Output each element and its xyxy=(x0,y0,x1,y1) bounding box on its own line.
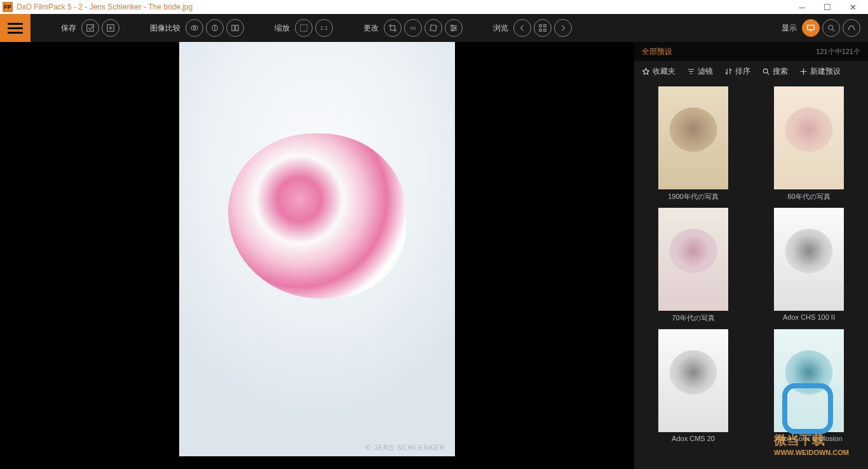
modify-group: 更改 90 xyxy=(363,19,463,37)
svg-point-3 xyxy=(193,27,196,29)
svg-rect-16 xyxy=(808,25,815,30)
compare-split-button[interactable] xyxy=(226,19,244,37)
compare-label: 图像比较 xyxy=(150,23,180,34)
presets-sidebar: 全部预设 121个中121个 收藏夹 滤镜 排序 搜索 新建预设 1900年代の… xyxy=(634,42,868,469)
preset-thumb xyxy=(774,86,844,189)
titlebar: FP DxO FilmPack 5 - 2 - Jens Schlenker -… xyxy=(0,0,868,14)
save-as-button[interactable] xyxy=(102,19,119,37)
browse-group: 浏览 xyxy=(493,19,572,37)
crop-button[interactable] xyxy=(384,19,402,37)
rotate-button[interactable]: 90 xyxy=(404,19,422,37)
filter-filter[interactable]: 滤镜 xyxy=(687,66,713,77)
svg-rect-5 xyxy=(232,25,234,31)
preset-count: 121个中121个 xyxy=(816,47,860,57)
app-logo: FP xyxy=(3,2,13,12)
toolbar: 保存 图像比较 缩放 1:1 更改 90 浏览 显示 xyxy=(0,14,868,42)
menu-button[interactable] xyxy=(0,14,31,42)
zoom-label: 缩放 xyxy=(275,23,290,34)
preset-item[interactable]: 60年代の写真 xyxy=(757,86,860,201)
preset-grid: 1900年代の写真60年代の写真70年代の写真Adox CHS 100 IIAd… xyxy=(634,81,868,469)
search-filter[interactable]: 搜索 xyxy=(762,66,788,77)
svg-point-17 xyxy=(829,25,833,30)
sort-filter[interactable]: 排序 xyxy=(724,66,750,77)
preset-thumb xyxy=(774,329,844,432)
preset-thumb xyxy=(658,329,728,432)
preset-item[interactable]: Adox CMS 20 xyxy=(642,329,745,442)
preset-label: Adox Color Implosion xyxy=(776,435,843,442)
preset-item[interactable]: Adox Color Implosion xyxy=(757,329,860,442)
svg-point-9 xyxy=(451,25,453,27)
svg-rect-15 xyxy=(544,29,546,32)
preset-thumb xyxy=(774,208,844,311)
canvas-area[interactable]: © JENS SCHLENKER xyxy=(0,42,634,469)
minimize-button[interactable]: ─ xyxy=(789,3,815,12)
photo-copyright: © JENS SCHLENKER xyxy=(365,444,445,451)
svg-point-11 xyxy=(452,29,454,31)
sliders-button[interactable] xyxy=(445,19,463,37)
preset-item[interactable]: 70年代の写真 xyxy=(642,208,745,323)
preset-item[interactable]: 1900年代の写真 xyxy=(642,86,745,201)
close-button[interactable]: ✕ xyxy=(840,3,865,12)
sidebar-title[interactable]: 全部预设 xyxy=(642,46,816,57)
straighten-button[interactable] xyxy=(424,19,442,37)
display-screen-button[interactable] xyxy=(802,19,820,37)
browse-label: 浏览 xyxy=(493,23,508,34)
main-photo: © JENS SCHLENKER xyxy=(179,42,455,456)
svg-rect-14 xyxy=(539,29,542,32)
compare-group: 图像比较 xyxy=(150,19,244,37)
preset-label: 70年代の写真 xyxy=(672,313,714,323)
prev-button[interactable] xyxy=(513,19,531,37)
svg-rect-6 xyxy=(236,25,238,31)
eye-icon[interactable] xyxy=(186,19,203,37)
zoom-fit-button[interactable] xyxy=(295,19,313,37)
svg-point-10 xyxy=(454,27,456,29)
zoom-group: 缩放 1:1 xyxy=(275,19,333,37)
save-button[interactable] xyxy=(81,19,99,37)
preset-item[interactable]: Adox CHS 100 II xyxy=(757,208,860,323)
preset-thumb xyxy=(658,86,728,189)
compare-mode-button[interactable] xyxy=(206,19,224,37)
svg-rect-12 xyxy=(539,25,542,27)
svg-rect-0 xyxy=(87,25,94,32)
modify-label: 更改 xyxy=(363,23,379,34)
display-label: 显示 xyxy=(782,23,797,34)
svg-rect-7 xyxy=(301,25,308,32)
sidebar-filters: 收藏夹 滤镜 排序 搜索 新建预设 xyxy=(634,61,868,81)
favorites-filter[interactable]: 收藏夹 xyxy=(642,66,675,77)
sidebar-header: 全部预设 121个中121个 xyxy=(634,42,868,61)
maximize-button[interactable]: ☐ xyxy=(815,3,840,12)
zoom-1to1-button[interactable]: 1:1 xyxy=(315,19,333,37)
svg-rect-13 xyxy=(544,25,546,27)
grid-button[interactable] xyxy=(534,19,552,37)
window-title: DxO FilmPack 5 - 2 - Jens Schlenker - Th… xyxy=(17,3,789,11)
preset-label: 60年代の写真 xyxy=(787,192,830,201)
main-area: © JENS SCHLENKER 全部预设 121个中121个 收藏夹 滤镜 排… xyxy=(0,42,868,469)
display-zoom-button[interactable] xyxy=(822,19,840,37)
preset-label: Adox CMS 20 xyxy=(672,435,715,442)
next-button[interactable] xyxy=(554,19,572,37)
svg-point-18 xyxy=(763,69,768,73)
preset-thumb xyxy=(658,208,728,311)
preset-label: 1900年代の写真 xyxy=(668,192,718,201)
display-group: 显示 xyxy=(782,19,860,37)
svg-rect-8 xyxy=(430,25,437,31)
new-preset-button[interactable]: 新建预设 xyxy=(799,66,841,77)
preset-label: Adox CHS 100 II xyxy=(783,313,835,321)
histogram-button[interactable] xyxy=(843,19,860,37)
save-label: 保存 xyxy=(61,23,76,34)
svg-point-2 xyxy=(191,26,198,31)
save-group: 保存 xyxy=(61,19,119,37)
